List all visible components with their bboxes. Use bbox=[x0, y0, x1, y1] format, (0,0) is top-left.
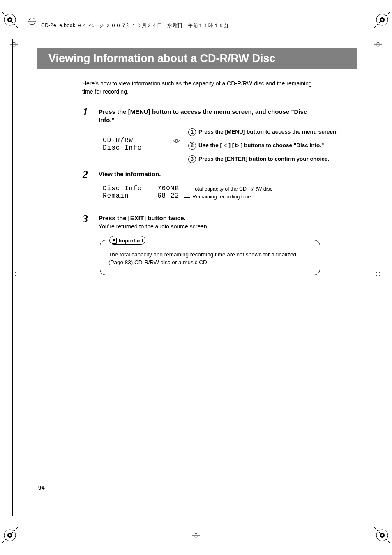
step-2-text: View the information. bbox=[99, 170, 161, 177]
leader-line-icon bbox=[184, 197, 190, 198]
substep-3-text: Press the [ENTER] button to confirm your… bbox=[198, 155, 329, 163]
lcd2-line1-label: Disc Info bbox=[103, 185, 142, 192]
running-header: CD-2e_e.book ９４ ページ ２００７年１０月２４日 水曜日 午前１１… bbox=[41, 22, 229, 29]
step-3-text: Press the [EXIT] button twice. bbox=[99, 214, 186, 221]
svg-point-11 bbox=[381, 534, 383, 536]
registration-mark-icon bbox=[374, 12, 390, 28]
important-body: The total capacity and remaining recordi… bbox=[108, 251, 311, 267]
page-number: 94 bbox=[38, 484, 45, 491]
step-1-text: Press the [MENU] button to access the me… bbox=[99, 108, 312, 124]
lcd2-annotations: Total capacity of the CD-R/RW disc Remai… bbox=[184, 185, 272, 201]
lcd2-line2-value: 68:22 bbox=[157, 192, 179, 200]
important-label: Important bbox=[109, 236, 145, 245]
substep-2-mid: ] [ bbox=[229, 142, 234, 148]
step-2-number: 2 bbox=[83, 168, 88, 181]
substep-2-number-icon: 2 bbox=[188, 142, 196, 150]
lcd-screen-step1: CD-R/RW ◁▯▷ Disc Info bbox=[100, 136, 182, 152]
lcd2-line2-label: Remain bbox=[103, 192, 129, 200]
svg-point-2 bbox=[9, 19, 11, 21]
step-1-substeps: 1 Press the [MENU] button to access the … bbox=[188, 128, 338, 169]
registration-mark-icon bbox=[374, 527, 390, 543]
substep-2-text: Use the [ ] [ ] buttons to choose "Disc … bbox=[198, 142, 324, 150]
crop-mark-icon bbox=[28, 17, 36, 25]
header-rule bbox=[41, 21, 351, 21]
svg-point-5 bbox=[381, 19, 383, 21]
substep-1-text: Press the [MENU] button to access the me… bbox=[198, 128, 338, 136]
registration-mark-icon bbox=[2, 12, 18, 28]
substep-1-number-icon: 1 bbox=[188, 128, 196, 136]
step-3-subtext: You're returned to the audio source scre… bbox=[99, 223, 209, 230]
intro-paragraph: Here's how to view information such as t… bbox=[82, 80, 321, 96]
svg-point-8 bbox=[9, 534, 11, 536]
crop-mark-icon bbox=[192, 531, 200, 539]
important-note-box: Important The total capacity and remaini… bbox=[100, 240, 320, 275]
important-label-text: Important bbox=[119, 237, 143, 244]
step-3-number: 3 bbox=[83, 213, 88, 225]
step-1-number: 1 bbox=[83, 106, 88, 118]
crop-mark-icon bbox=[10, 40, 18, 48]
lcd1-line1: CD-R/RW bbox=[103, 137, 133, 144]
annot-total-capacity: Total capacity of the CD-R/RW disc bbox=[192, 185, 272, 193]
crop-mark-icon bbox=[10, 270, 18, 278]
triangle-left-icon bbox=[224, 143, 227, 147]
annot-remaining-time: Remaining recording time bbox=[192, 193, 251, 201]
lcd1-line2: Disc Info bbox=[103, 144, 179, 152]
substep-2-pre: Use the [ bbox=[198, 142, 222, 148]
lcd-nav-arrows-icon: ◁▯▷ bbox=[173, 138, 179, 144]
leader-line-icon bbox=[184, 189, 190, 189]
note-icon bbox=[111, 237, 117, 243]
triangle-right-icon bbox=[235, 143, 239, 147]
registration-mark-icon bbox=[2, 527, 18, 543]
substep-3-number-icon: 3 bbox=[188, 155, 196, 163]
substep-2-post: ] buttons to choose "Disc Info." bbox=[241, 142, 324, 148]
lcd2-line1-value: 700MB bbox=[157, 185, 179, 192]
crop-mark-icon bbox=[374, 40, 382, 48]
page-title: Viewing Information about a CD-R/RW Disc bbox=[48, 52, 276, 65]
page-title-bar: Viewing Information about a CD-R/RW Disc bbox=[37, 48, 357, 69]
lcd-screen-step2: Disc Info 700MB Remain 68:22 bbox=[100, 184, 182, 200]
crop-mark-icon bbox=[374, 270, 382, 278]
